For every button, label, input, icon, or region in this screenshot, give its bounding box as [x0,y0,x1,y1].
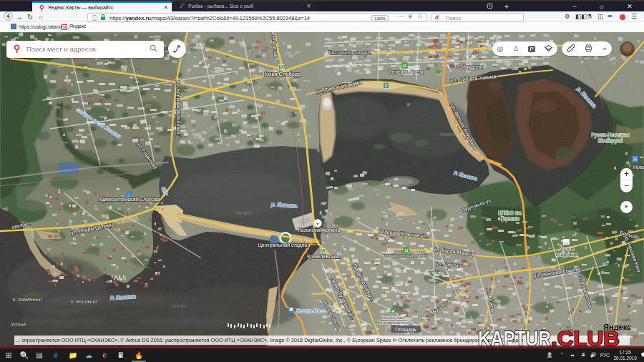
svg-text:.CLUB: .CLUB [551,328,620,350]
svg-text:KAPTUR: KAPTUR [478,328,551,350]
